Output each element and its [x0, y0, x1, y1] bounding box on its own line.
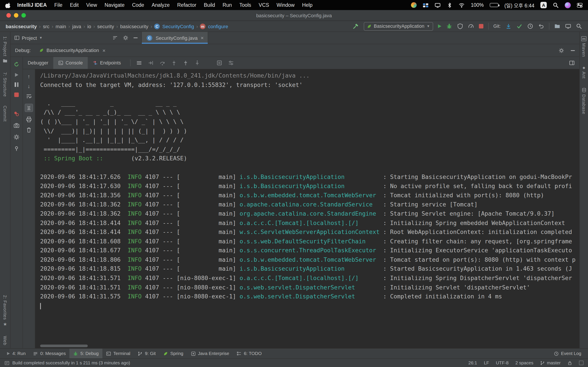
control-center-icon[interactable] [577, 2, 583, 8]
build-hammer-icon[interactable] [353, 23, 359, 29]
layout-squares-icon[interactable] [423, 2, 429, 8]
clear-all-trash-icon[interactable] [26, 127, 32, 133]
status-message[interactable]: Build completed successfully in 1 s 211 … [12, 360, 130, 366]
project-folder-icon[interactable] [554, 23, 560, 29]
gear-icon[interactable] [559, 48, 564, 53]
sidebar-item-web[interactable]: Web [3, 336, 8, 345]
toolwindow-run[interactable]: 4: Run [3, 349, 30, 359]
toolwindow-spring[interactable]: Spring [159, 349, 187, 359]
vcs-update-button[interactable] [506, 23, 511, 29]
hide-tool-window-icon[interactable] [133, 37, 138, 38]
toolwindow-debug[interactable]: 5: Debug [69, 349, 102, 359]
view-breakpoints-button[interactable] [14, 111, 19, 117]
encoding-widget[interactable]: UTF-8 [496, 360, 509, 366]
console-output[interactable]: /Library/Java/JavaVirtualMachines/jdk1.8… [35, 69, 579, 311]
apple-menu-icon[interactable] [5, 2, 11, 8]
hide-debug-window-icon[interactable] [571, 50, 575, 51]
view-options-sliders-icon[interactable] [228, 60, 234, 66]
sidebar-item-structure[interactable]: 7: Structure [3, 72, 8, 97]
input-source-badge[interactable]: A [540, 2, 547, 8]
thread-dump-camera-button[interactable] [14, 123, 19, 128]
soft-wrap-icon[interactable] [26, 93, 32, 99]
menu-view[interactable]: View [82, 2, 101, 8]
battery-icon[interactable] [490, 3, 498, 7]
down-stack-trace-icon[interactable]: ↓ [27, 83, 30, 89]
breadcrumb-java[interactable]: java [71, 23, 82, 29]
vcs-history-button[interactable] [527, 23, 533, 29]
editor-tab-securityconfig[interactable]: C SecurityConfig.java × [142, 32, 208, 44]
close-tab-icon[interactable]: × [200, 35, 204, 40]
breadcrumb-project[interactable]: basicsecurity [5, 23, 38, 29]
tab-endpoints[interactable]: Endpoints [88, 57, 126, 69]
debug-session-tab[interactable]: BasicsecurityApplication × [36, 44, 109, 57]
run-button[interactable] [438, 24, 441, 28]
toolwindow-messages[interactable]: 0: Messages [29, 349, 69, 359]
horizontal-scrollbar[interactable] [40, 344, 88, 347]
menu-analyze[interactable]: Analyze [148, 2, 173, 8]
menubar-clock[interactable]: (일) 오후 6:44 [504, 1, 534, 9]
menu-navigate[interactable]: Navigate [101, 2, 128, 8]
lock-icon[interactable] [567, 360, 572, 365]
caret-position-widget[interactable]: 26:1 [468, 360, 477, 366]
gear-icon[interactable] [123, 35, 128, 40]
search-everywhere-icon[interactable] [576, 23, 582, 29]
sidebar-item-ant[interactable]: ◆ Ant [582, 66, 586, 79]
line-ending-widget[interactable]: LF [484, 360, 489, 366]
up-stack-trace-icon[interactable]: ↑ [27, 74, 30, 79]
memory-indicator[interactable] [579, 361, 584, 365]
scroll-to-end-toggle[interactable] [25, 104, 33, 112]
project-view-title[interactable]: Project [22, 35, 37, 41]
restore-layout-icon[interactable] [569, 60, 575, 66]
sidebar-item-project[interactable]: 1: Project [3, 36, 8, 63]
breadcrumb-io[interactable]: io [86, 23, 92, 29]
app-badge-icon[interactable] [411, 2, 417, 8]
sidebar-item-maven[interactable]: m Maven [581, 36, 587, 57]
step-out-icon[interactable] [194, 60, 200, 66]
menu-app-name[interactable]: IntelliJ IDEA [14, 2, 51, 8]
monitor-icon[interactable] [565, 23, 571, 29]
menu-build[interactable]: Build [200, 2, 219, 8]
wifi-icon[interactable] [459, 2, 465, 8]
menu-window[interactable]: Window [273, 2, 298, 8]
sidebar-item-favorites[interactable]: 2: Favorites ★ [3, 295, 8, 327]
spotlight-search-icon[interactable] [553, 2, 559, 8]
tab-console[interactable]: Console [53, 57, 88, 69]
window-zoom-button[interactable] [21, 13, 26, 18]
menu-tools[interactable]: Tools [236, 2, 255, 8]
debug-settings-gear-button[interactable] [14, 134, 19, 140]
menu-help[interactable]: Help [298, 2, 316, 8]
resume-button[interactable] [15, 73, 18, 77]
stop-button[interactable] [479, 24, 483, 29]
toolwindow-git[interactable]: 9: Git [134, 349, 159, 359]
tab-debugger[interactable]: Debugger [23, 57, 53, 69]
vcs-commit-button[interactable] [517, 23, 522, 29]
indent-widget[interactable]: 2 spaces [515, 360, 533, 366]
debug-button[interactable] [446, 23, 452, 29]
show-execution-point-icon[interactable] [148, 60, 154, 66]
window-minimize-button[interactable] [14, 13, 18, 18]
stop-debug-button[interactable] [14, 92, 19, 97]
coverage-button[interactable] [457, 23, 463, 29]
toolwindow-java-enterprise[interactable]: Java Enterprise [187, 349, 233, 359]
evaluate-expression-icon[interactable] [216, 60, 223, 66]
print-icon[interactable] [26, 117, 32, 122]
menu-refactor[interactable]: Refactor [173, 2, 200, 8]
breadcrumb-method[interactable]: configure [207, 23, 229, 29]
step-over-icon[interactable] [159, 60, 165, 66]
close-session-icon[interactable]: × [102, 48, 105, 53]
menu-run[interactable]: Run [219, 2, 236, 8]
breadcrumb-main[interactable]: main [54, 23, 67, 29]
profiler-button[interactable] [468, 23, 474, 29]
breadcrumb-security[interactable]: security [96, 23, 115, 29]
chevron-down-icon[interactable]: ▼ [39, 36, 43, 40]
toolwindow-terminal[interactable]: Terminal [102, 349, 134, 359]
git-branch-widget[interactable]: master [540, 360, 561, 366]
force-step-into-icon[interactable] [183, 60, 189, 66]
run-configuration-select[interactable]: BasicsecurityApplication ▼ [364, 22, 433, 30]
window-close-button[interactable] [6, 13, 11, 18]
menu-file[interactable]: File [51, 2, 66, 8]
rerun-button[interactable] [14, 61, 19, 67]
sidebar-item-database[interactable]: Database [581, 88, 586, 114]
status-notification-icon[interactable] [5, 360, 9, 365]
toolwindow-todo[interactable]: 6: TODO [233, 349, 265, 359]
